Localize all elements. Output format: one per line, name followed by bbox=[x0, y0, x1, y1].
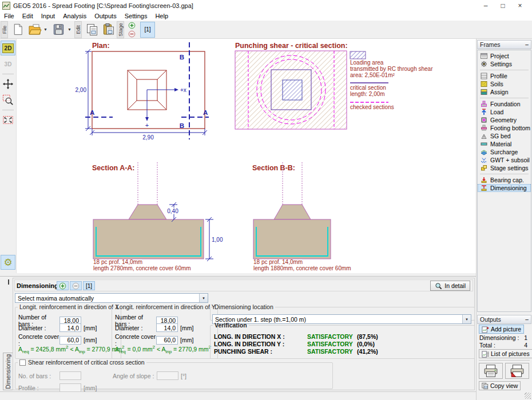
print-button[interactable] bbox=[479, 363, 503, 379]
reinforcement-x-group: Longit. reinforcement in direction of X … bbox=[15, 303, 121, 359]
punching-shear-view: Punching shear - critical section: Loadi… bbox=[235, 42, 433, 129]
gear-icon: ⚙ bbox=[3, 258, 12, 267]
open-file-button[interactable] bbox=[27, 22, 42, 37]
section-a-label-left: A bbox=[90, 109, 94, 116]
list-of-pictures-label: List of pictures bbox=[491, 350, 530, 357]
frames-item-surcharge[interactable]: Surcharge bbox=[478, 148, 531, 156]
copy-picture-button[interactable] bbox=[84, 22, 100, 37]
menu-settings[interactable]: Settings bbox=[121, 12, 152, 20]
surcharge-icon bbox=[481, 149, 488, 155]
menu-input[interactable]: Input bbox=[37, 12, 59, 20]
loading-area bbox=[283, 80, 302, 100]
status-bar bbox=[0, 391, 476, 400]
section-b-step bbox=[274, 205, 311, 219]
frames-item-label: Surcharge bbox=[490, 149, 518, 155]
frames-item-bearing-cap[interactable]: Bearing cap. bbox=[478, 176, 531, 184]
menu-outputs[interactable]: Outputs bbox=[90, 12, 121, 20]
maxima-select[interactable]: Select maxima automatically ▼ bbox=[15, 293, 208, 303]
save-dropdown[interactable]: ▼ bbox=[67, 22, 72, 37]
frames-panel-header: Frames – bbox=[477, 40, 531, 49]
stage-add-button[interactable] bbox=[128, 22, 136, 29]
remove-dimensioning-button[interactable] bbox=[70, 281, 82, 290]
menu-help[interactable]: Help bbox=[151, 12, 172, 20]
save-button[interactable] bbox=[51, 22, 66, 37]
cover-x-unit: [mm] bbox=[84, 337, 97, 343]
project-icon bbox=[481, 53, 488, 59]
view-3d-button[interactable]: 3D bbox=[1, 57, 15, 71]
in-detail-button[interactable]: In detail bbox=[430, 281, 470, 291]
stage-settings-icon bbox=[481, 165, 488, 171]
shear-reinforcement-checkbox[interactable] bbox=[19, 359, 26, 366]
frames-item-label: Load bbox=[490, 109, 503, 115]
minimize-button[interactable]: – bbox=[482, 2, 490, 10]
diameter-x-input[interactable] bbox=[59, 323, 81, 332]
status-badge: SATISFACTORY bbox=[307, 333, 357, 340]
close-button[interactable]: × bbox=[516, 2, 524, 10]
shear-bars-input bbox=[59, 371, 81, 380]
drawing-canvas[interactable]: Plan: +x + A A B B 2,00 2,90 Punching sh… bbox=[16, 39, 476, 273]
frames-item-profile[interactable]: Profile bbox=[478, 72, 531, 80]
outputs-dimensioning-label: Dimensioning : bbox=[479, 334, 519, 341]
menu-analysis[interactable]: Analysis bbox=[59, 12, 90, 20]
copy-view-button[interactable]: Copy view bbox=[479, 381, 521, 390]
frames-minimize-button[interactable]: – bbox=[525, 41, 529, 48]
frames-item-label: GWT + subsoil bbox=[490, 157, 530, 163]
add-dimensioning-button[interactable] bbox=[57, 281, 69, 290]
view-2d-button[interactable]: 2D bbox=[1, 41, 15, 55]
drawing-settings-button[interactable]: ⚙ bbox=[1, 255, 15, 270]
panel-drag-handle[interactable] bbox=[8, 279, 9, 285]
outputs-minimize-button[interactable]: – bbox=[525, 316, 529, 323]
frames-item-footing-bottom[interactable]: Footing bottom bbox=[478, 124, 531, 132]
frames-item-stage-settings[interactable]: Stage settings bbox=[478, 164, 531, 172]
frames-item-assign[interactable]: Assign bbox=[478, 88, 531, 96]
frames-item-foundation[interactable]: Foundation bbox=[478, 100, 531, 108]
frames-item-sg-bed[interactable]: SG bed bbox=[478, 132, 531, 140]
plan-title: Plan: bbox=[92, 42, 110, 50]
zoom-window-button[interactable] bbox=[1, 93, 15, 107]
frames-item-gwt-subsoil[interactable]: GWT + subsoil bbox=[478, 156, 531, 164]
menu-file[interactable]: File bbox=[0, 12, 18, 20]
section-a-step bbox=[129, 205, 166, 219]
frames-item-dimensioning[interactable]: Dimensioning bbox=[478, 184, 531, 192]
frames-item-label: Stage settings bbox=[490, 165, 529, 171]
frames-item-load[interactable]: Load bbox=[478, 108, 531, 116]
cover-y-input[interactable] bbox=[156, 336, 178, 345]
frames-item-material[interactable]: Material bbox=[478, 140, 531, 148]
frames-item-soils[interactable]: Soils bbox=[478, 80, 531, 88]
menu-bar: File Edit Input Analysis Outputs Setting… bbox=[0, 11, 532, 21]
outputs-total-label: Total : bbox=[479, 342, 495, 349]
dimensioning-tab-label: Dimensioning bbox=[5, 354, 11, 389]
stage-remove-button[interactable] bbox=[128, 30, 136, 38]
menu-edit[interactable]: Edit bbox=[18, 12, 37, 20]
zoom-fit-button[interactable] bbox=[1, 113, 15, 127]
copy-view-icon bbox=[482, 382, 489, 390]
axis-y-label: + bbox=[145, 122, 149, 129]
cover-x-input[interactable] bbox=[59, 336, 81, 345]
stage-number-button[interactable]: [1] bbox=[140, 22, 155, 38]
maximize-button[interactable]: □ bbox=[499, 2, 507, 10]
diameter-y-input[interactable] bbox=[156, 323, 178, 332]
frames-item-project[interactable]: Project bbox=[478, 52, 531, 60]
dimensioning-tab[interactable]: Dimensioning bbox=[3, 353, 13, 390]
resize-grip[interactable] bbox=[525, 393, 531, 399]
frames-item-settings[interactable]: Settings bbox=[478, 60, 531, 68]
section-b-label-bottom: B bbox=[180, 122, 184, 129]
new-file-button[interactable] bbox=[10, 22, 26, 37]
pan-button[interactable] bbox=[1, 77, 15, 91]
app-icon bbox=[2, 2, 10, 10]
window-title: GEO5 2016 - Spread Footing [C:\Spread Fo… bbox=[13, 2, 482, 9]
add-picture-button[interactable]: Add picture bbox=[479, 325, 524, 334]
reinforcement-y-group: Longit. reinforcement in direction of Y … bbox=[112, 303, 218, 359]
paste-button[interactable] bbox=[101, 22, 116, 37]
frames-item-label: Material bbox=[490, 141, 511, 147]
legend-loading-line2: transmitted by RC through shear bbox=[350, 66, 433, 72]
divider bbox=[2, 74, 14, 74]
save-icon bbox=[52, 23, 65, 36]
frames-item-geometry[interactable]: Geometry bbox=[478, 116, 531, 124]
print-preview-button[interactable] bbox=[505, 363, 529, 379]
dimensioning-stage-button[interactable]: [1] bbox=[83, 281, 95, 290]
list-of-pictures-button[interactable]: List of pictures bbox=[479, 349, 532, 358]
open-file-dropdown[interactable]: ▼ bbox=[43, 22, 48, 37]
legend-checked-label: checked sections bbox=[350, 104, 394, 110]
legend-critical-line1: critical section bbox=[350, 85, 386, 91]
